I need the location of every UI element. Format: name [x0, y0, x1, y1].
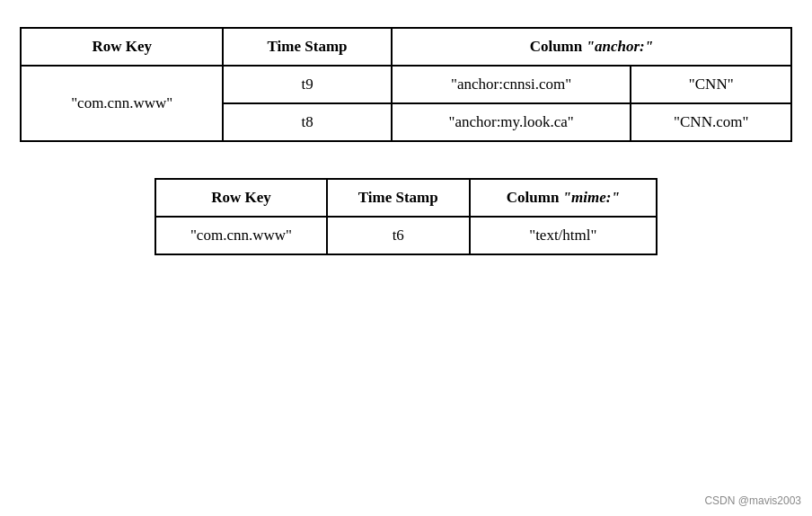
top-col-name-cnnsi: "anchor:cnnsi.com" [392, 66, 631, 103]
top-col-name-mylook: "anchor:my.look.ca" [392, 103, 631, 141]
bottom-header-column-mime: Column "mime:" [470, 179, 657, 217]
top-time-stamp-t8: t8 [223, 103, 391, 141]
anchor-table: Row Key Time Stamp Column "anchor:" "com… [20, 27, 792, 142]
top-header-time-stamp: Time Stamp [223, 28, 391, 66]
top-header-row-key: Row Key [21, 28, 223, 66]
table-row: "com.cnn.www" t6 "text/html" [155, 217, 657, 254]
bottom-col-value-texthtml: "text/html" [470, 217, 657, 254]
bottom-time-stamp-t6: t6 [327, 217, 470, 254]
tables-container: Row Key Time Stamp Column "anchor:" "com… [18, 27, 794, 255]
top-time-stamp-t9: t9 [223, 66, 391, 103]
top-col-value-cnncom: "CNN.com" [631, 103, 791, 141]
top-header-column-anchor: Column "anchor:" [392, 28, 791, 66]
watermark: CSDN @mavis2003 [704, 494, 801, 507]
bottom-row-key-cell: "com.cnn.www" [155, 217, 327, 254]
bottom-header-time-stamp: Time Stamp [327, 179, 470, 217]
top-row-key-cell: "com.cnn.www" [21, 66, 223, 141]
bottom-header-row-key: Row Key [155, 179, 327, 217]
table-row: "com.cnn.www" t9 "anchor:cnnsi.com" "CNN… [21, 66, 791, 103]
mime-table: Row Key Time Stamp Column "mime:" "com.c… [154, 178, 658, 255]
top-col-value-cnn: "CNN" [631, 66, 791, 103]
